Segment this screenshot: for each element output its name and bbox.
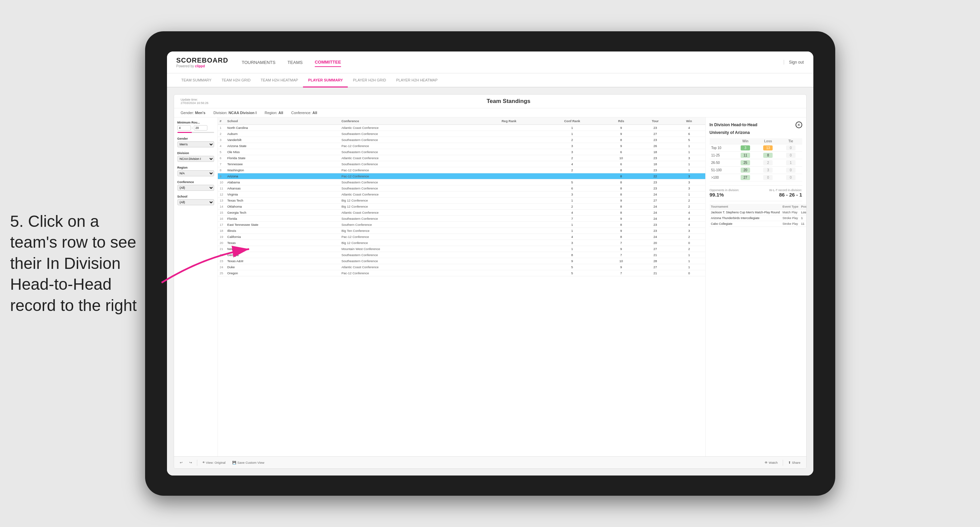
table-row[interactable]: 13 Texas Tech Big 12 Conference 1 9 27 2	[218, 198, 705, 203]
cell-rds: 9	[605, 125, 637, 131]
table-row[interactable]: 18 Illinois Big Ten Conference 1 9 23 3	[218, 228, 705, 234]
view-original-button[interactable]: 👁 View: Original	[200, 460, 227, 465]
cell-tour: 23	[638, 167, 673, 173]
gender-filter: Gender: Men's	[181, 111, 206, 115]
cell-rds: 8	[605, 203, 637, 210]
redo-button[interactable]: ↪	[188, 460, 194, 465]
tournament-row[interactable]: Cabo Collegiate Stroke Play 11 17	[710, 221, 806, 227]
table-row[interactable]: 10 Alabama Southeastern Conference 5 8 2…	[218, 179, 705, 186]
sub-nav-team-h2h-heatmap[interactable]: TEAM H2H HEATMAP	[256, 73, 303, 87]
table-row[interactable]: 16 Florida Southeastern Conference 7 9 2…	[218, 216, 705, 222]
filter-gender-select[interactable]: Men's	[177, 141, 214, 148]
cell-tour: 24	[638, 192, 673, 198]
h2h-close-button[interactable]: ✕	[795, 122, 802, 128]
sign-out[interactable]: Sign out	[784, 60, 803, 65]
cell-reg-rank	[478, 161, 540, 167]
tourn-cell-type: Match Play	[781, 210, 800, 215]
cell-tour: 24	[638, 210, 673, 216]
cell-conf-rank: 1	[540, 228, 605, 234]
logo-text: SCOREBOARD	[177, 57, 228, 64]
table-row[interactable]: 14 Oklahoma Big 12 Conference 2 8 24 2	[218, 203, 705, 210]
filter-min-input[interactable]	[177, 125, 191, 130]
cell-conf-rank: 4	[540, 210, 605, 216]
cell-rds: 9	[605, 246, 637, 252]
cell-num: 16	[218, 216, 226, 222]
table-row[interactable]: 25 Oregon Pac-12 Conference 5 7 21 0	[218, 270, 705, 276]
cell-rds: 10	[605, 155, 637, 161]
sub-nav-player-h2h-grid[interactable]: PLAYER H2H GRID	[348, 73, 391, 87]
sub-nav-team-h2h-grid[interactable]: TEAM H2H GRID	[216, 73, 256, 87]
cell-tour: 23	[638, 186, 673, 192]
cell-win: 1	[673, 192, 705, 198]
table-row[interactable]: 3 Vanderbilt Southeastern Conference 2 8…	[218, 137, 705, 143]
cell-school: North Carolina	[225, 125, 339, 131]
nav-link-tournaments[interactable]: TOURNAMENTS	[242, 58, 275, 67]
watch-button[interactable]: 👁 Watch	[763, 460, 780, 465]
cell-conference: Mountain West Conference	[339, 246, 478, 252]
sub-nav-team-summary[interactable]: TEAM SUMMARY	[177, 73, 217, 87]
cell-num: 12	[218, 192, 226, 198]
table-row[interactable]: 19 California Pac-12 Conference 4 8 24 2	[218, 234, 705, 240]
table-row[interactable]: 17 East Tennessee State Southern Confere…	[218, 222, 705, 228]
table-row[interactable]: 22 Georgia Southeastern Conference 8 7 2…	[218, 252, 705, 258]
logo-area: SCOREBOARD Powered by clippd	[177, 57, 228, 68]
conference-filter: Conference: All	[291, 111, 317, 115]
table-row[interactable]: 2 Auburn Southeastern Conference 1 9 27 …	[218, 131, 705, 137]
nav-bar: SCOREBOARD Powered by clippd TOURNAMENTS…	[167, 51, 813, 73]
filter-division-select[interactable]: NCAA Division I	[177, 156, 214, 162]
h2h-header: In Division Head-to-Head ✕	[710, 122, 802, 128]
tournament-row[interactable]: Jackson T. Stephens Cup Men's Match-Play…	[710, 210, 806, 215]
share-button[interactable]: ⬆ Share	[786, 460, 802, 465]
cell-conference: Pac-12 Conference	[339, 167, 478, 173]
table-row[interactable]: 4 Arizona State Pac-12 Conference 3 9 26…	[218, 143, 705, 149]
nav-link-committee[interactable]: COMMITTEE	[315, 58, 341, 67]
tourn-cell-pos: 1	[800, 215, 806, 221]
table-row[interactable]: 20 Texas Big 12 Conference 3 7 20 0	[218, 240, 705, 246]
toolbar-sep1	[197, 460, 197, 466]
cell-school: Ole Miss	[225, 149, 339, 155]
sub-nav-player-h2h-heatmap[interactable]: PLAYER H2H HEATMAP	[391, 73, 443, 87]
undo-button[interactable]: ↩	[178, 460, 184, 465]
table-row[interactable]: 7 Tennessee Southeastern Conference 4 6 …	[218, 161, 705, 167]
nav-link-teams[interactable]: TEAMS	[288, 58, 303, 67]
cell-school: Arkansas	[225, 186, 339, 192]
cell-conference: Southeastern Conference	[339, 161, 478, 167]
cell-conf-rank: 1	[540, 246, 605, 252]
table-row[interactable]: 23 Texas A&M Southeastern Conference 9 1…	[218, 258, 705, 264]
table-row[interactable]: 1 North Carolina Atlantic Coast Conferen…	[218, 125, 705, 131]
cell-rds: 8	[605, 210, 637, 216]
table-row[interactable]: 12 Virginia Atlantic Coast Conference 3 …	[218, 192, 705, 198]
save-custom-button[interactable]: 💾 Save Custom View	[231, 460, 266, 465]
h2h-cell-win: 20	[734, 167, 756, 174]
tournament-row[interactable]: Arizona Thunderbirds Intercollegiate Str…	[710, 215, 806, 221]
cell-conference: Southeastern Conference	[339, 252, 478, 258]
cell-conf-rank: 6	[540, 186, 605, 192]
table-row[interactable]: 8 Washington Pac-12 Conference 2 8 23 1	[218, 167, 705, 173]
cell-win: 1	[673, 161, 705, 167]
cell-conference: Southeastern Conference	[339, 131, 478, 137]
sub-nav-player-summary[interactable]: PLAYER SUMMARY	[303, 73, 348, 87]
cell-win: 1	[673, 252, 705, 258]
table-row[interactable]: 24 Duke Atlantic Coast Conference 5 9 27…	[218, 264, 705, 270]
table-row[interactable]: 9 Arizona Pac-12 Conference 8 22 3	[218, 173, 705, 179]
table-row[interactable]: 21 New Mexico Mountain West Conference 1…	[218, 246, 705, 252]
cell-school: New Mexico	[225, 246, 339, 252]
filters-panel: Minimum Rou... -	[174, 117, 218, 456]
update-time: Update time: 27/03/2024 16:56:26	[181, 98, 211, 105]
cell-num: 4	[218, 143, 226, 149]
h2h-stats: Opponents in division: 99.1% W-L-T recor…	[710, 189, 802, 198]
table-row[interactable]: 5 Ole Miss Southeastern Conference 3 6 1…	[218, 149, 705, 155]
filter-school-select[interactable]: (All)	[177, 199, 214, 205]
filter-conference-select[interactable]: (All)	[177, 185, 214, 191]
filter-min-rounds-label: Minimum Rou...	[177, 121, 214, 124]
filter-max-input[interactable]	[194, 125, 207, 130]
tourn-cell-pos: Loss	[800, 210, 806, 215]
tourn-col-name: Tournament	[710, 204, 781, 210]
standings-table: # School Conference Reg Rank Conf Rank R…	[218, 117, 705, 276]
table-row[interactable]: 15 Georgia Tech Atlantic Coast Conferenc…	[218, 210, 705, 216]
cell-reg-rank	[478, 149, 540, 155]
filter-region-select[interactable]: N/A	[177, 170, 214, 176]
table-row[interactable]: 11 Arkansas Southeastern Conference 6 8 …	[218, 186, 705, 192]
cell-conference: Pac-12 Conference	[339, 270, 478, 276]
table-row[interactable]: 6 Florida State Atlantic Coast Conferenc…	[218, 155, 705, 161]
